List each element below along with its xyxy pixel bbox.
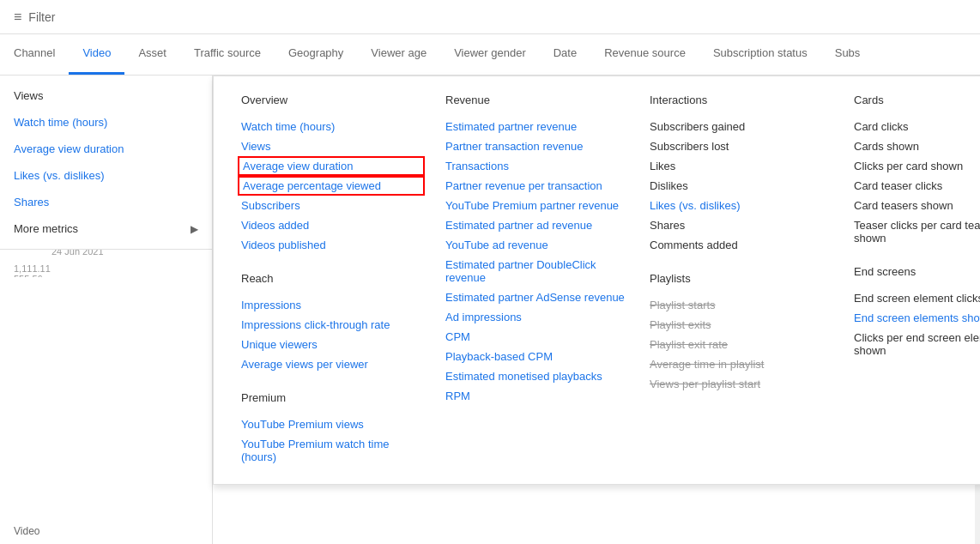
left-panel: Views Watch time (hours) Average view du…	[0, 76, 213, 544]
tab-date[interactable]: Date	[540, 34, 590, 75]
item-shares[interactable]: Shares	[650, 215, 833, 235]
item-ad-impressions[interactable]: Ad impressions	[445, 307, 629, 327]
tab-viewer-age[interactable]: Viewer age	[357, 34, 440, 75]
item-impressions[interactable]: Impressions	[241, 295, 425, 315]
item-watch-time-hours[interactable]: Watch time (hours)	[241, 117, 425, 136]
item-end-screen-element-clicks[interactable]: End screen element clicks	[854, 288, 980, 308]
col-header-revenue: Revenue	[445, 94, 629, 106]
item-clicks-per-end-screen-element[interactable]: Clicks per end screen element shown	[854, 328, 980, 360]
item-impressions-ctr[interactable]: Impressions click-through rate	[241, 315, 425, 335]
item-estimated-monetised-playbacks[interactable]: Estimated monetised playbacks	[445, 366, 629, 386]
dropdown-col-cards: Cards Card clicks Cards shown Clicks per…	[847, 94, 980, 467]
tab-channel[interactable]: Channel	[0, 34, 69, 75]
col-header-cards: Cards	[854, 94, 980, 106]
tab-geography[interactable]: Geography	[275, 34, 357, 75]
filter-bar: ≡ Filter	[0, 0, 980, 34]
tab-video[interactable]: Video	[69, 34, 124, 75]
metric-avg-view-duration[interactable]: Average view duration	[0, 136, 212, 162]
item-playlist-starts: Playlist starts	[650, 295, 833, 315]
tab-traffic-source[interactable]: Traffic source	[180, 34, 275, 75]
item-playback-cpm[interactable]: Playback-based CPM	[445, 347, 629, 366]
left-metrics: Views Watch time (hours) Average view du…	[0, 76, 212, 250]
item-yt-premium-views[interactable]: YouTube Premium views	[241, 414, 425, 434]
item-partner-revenue-per-transaction[interactable]: Partner revenue per transaction	[445, 176, 629, 196]
tab-subscription-status[interactable]: Subscription status	[699, 34, 821, 75]
item-subscribers-gained[interactable]: Subscribers gained	[650, 117, 833, 136]
col-header-end-screens: End screens	[854, 265, 980, 278]
metric-likes-dislikes[interactable]: Likes (vs. dislikes)	[0, 162, 212, 189]
item-playlist-exits: Playlist exits	[650, 315, 833, 335]
item-avg-pct-viewed[interactable]: Average percentage viewed	[238, 176, 425, 196]
item-videos-added[interactable]: Videos added	[241, 215, 425, 235]
col-header-playlists: Playlists	[650, 272, 833, 285]
item-videos-published[interactable]: Videos published	[241, 235, 425, 255]
tab-asset[interactable]: Asset	[124, 34, 180, 75]
metric-views[interactable]: Views	[0, 82, 212, 109]
dropdown-col-revenue: Revenue Estimated partner revenue Partne…	[439, 94, 636, 467]
more-metrics-button[interactable]: More metrics ▶	[0, 215, 212, 242]
item-partner-transaction-revenue[interactable]: Partner transaction revenue	[445, 136, 629, 156]
tab-revenue-source[interactable]: Revenue source	[590, 34, 699, 75]
item-avg-time-in-playlist: Average time in playlist	[650, 354, 833, 374]
item-yt-premium-partner-revenue[interactable]: YouTube Premium partner revenue	[445, 196, 629, 215]
chart-area: 1,111.11 555.56 0 24 Jun 2021	[0, 250, 212, 277]
item-card-clicks[interactable]: Card clicks	[854, 117, 980, 136]
tab-subs[interactable]: Subs	[821, 34, 874, 75]
item-estimated-partner-ad-revenue[interactable]: Estimated partner ad revenue	[445, 215, 629, 235]
y-label-top: 1,111.11	[14, 263, 51, 274]
more-metrics-label: More metrics	[14, 222, 78, 235]
col-header-overview: Overview	[241, 94, 425, 106]
chevron-right-icon: ▶	[191, 223, 198, 235]
col-header-reach: Reach	[241, 272, 425, 285]
item-likes-vs-dislikes[interactable]: Likes (vs. dislikes)	[650, 196, 833, 215]
item-cpm[interactable]: CPM	[445, 327, 629, 347]
item-likes[interactable]: Likes	[650, 156, 833, 176]
main-content: Views Watch time (hours) Average view du…	[0, 76, 980, 544]
item-comments-added[interactable]: Comments added	[650, 235, 833, 255]
item-card-teaser-clicks[interactable]: Card teaser clicks	[854, 176, 980, 196]
metric-shares[interactable]: Shares	[0, 189, 212, 215]
item-rpm[interactable]: RPM	[445, 386, 629, 406]
item-avg-view-duration[interactable]: Average view duration	[238, 156, 425, 176]
col-header-premium: Premium	[241, 391, 425, 404]
item-clicks-per-card-shown[interactable]: Clicks per card shown	[854, 156, 980, 176]
dropdown-panel: Overview Watch time (hours) Views Averag…	[213, 76, 980, 485]
item-unique-viewers[interactable]: Unique viewers	[241, 335, 425, 354]
item-views-per-playlist-start: Views per playlist start	[650, 374, 833, 394]
item-subscribers[interactable]: Subscribers	[241, 196, 425, 215]
filter-icon: ≡	[14, 9, 21, 25]
item-dislikes[interactable]: Dislikes	[650, 176, 833, 196]
item-playlist-exit-rate: Playlist exit rate	[650, 335, 833, 354]
tab-viewer-gender[interactable]: Viewer gender	[440, 34, 540, 75]
item-yt-premium-watch-time[interactable]: YouTube Premium watch time (hours)	[241, 434, 425, 467]
item-estimated-partner-revenue[interactable]: Estimated partner revenue	[445, 117, 629, 136]
item-transactions[interactable]: Transactions	[445, 156, 629, 176]
item-estimated-partner-doubleclick[interactable]: Estimated partner DoubleClick revenue	[445, 255, 629, 287]
item-subscribers-lost[interactable]: Subscribers lost	[650, 136, 833, 156]
video-label: Video	[14, 525, 39, 537]
dropdown-col-overview: Overview Watch time (hours) Views Averag…	[234, 94, 432, 467]
dropdown-col-interactions: Interactions Subscribers gained Subscrib…	[643, 94, 840, 467]
item-estimated-partner-adsense[interactable]: Estimated partner AdSense revenue	[445, 287, 629, 307]
y-label-mid: 555.56	[14, 274, 51, 277]
item-teaser-clicks-per-card-teaser[interactable]: Teaser clicks per card teaser shown	[854, 215, 980, 248]
item-yt-ad-revenue[interactable]: YouTube ad revenue	[445, 235, 629, 255]
item-views[interactable]: Views	[241, 136, 425, 156]
item-end-screen-elements-shown[interactable]: End screen elements shown	[854, 308, 980, 328]
metric-watch-time[interactable]: Watch time (hours)	[0, 109, 212, 136]
col-header-interactions: Interactions	[650, 94, 833, 106]
item-card-teasers-shown[interactable]: Card teasers shown	[854, 196, 980, 215]
item-avg-views-per-viewer[interactable]: Average views per viewer	[241, 354, 425, 374]
item-cards-shown[interactable]: Cards shown	[854, 136, 980, 156]
filter-label: Filter	[28, 10, 55, 24]
x-label: 24 Jun 2021	[51, 250, 104, 257]
tabs-bar: Channel Video Asset Traffic source Geogr…	[0, 34, 980, 76]
